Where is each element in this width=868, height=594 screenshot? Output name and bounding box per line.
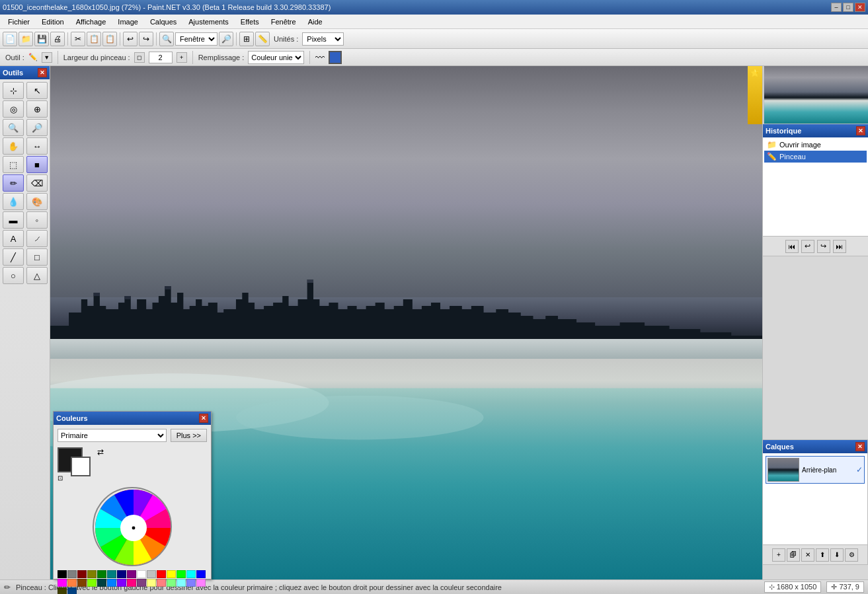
reset-colors-icon[interactable]: ⊡ [58, 474, 63, 482]
tool-zoom-in[interactable]: 🔎 [26, 119, 48, 136]
tool-line[interactable]: ╱ [3, 248, 24, 266]
menu-image[interactable]: Image [112, 17, 143, 27]
redo-button[interactable]: ↪ [139, 32, 153, 46]
menu-fichier[interactable]: Fichier [3, 17, 35, 27]
palette-swatch[interactable] [117, 570, 126, 578]
palette-swatch[interactable] [167, 570, 176, 578]
close-button[interactable]: ✕ [855, 3, 865, 12]
palette-swatch[interactable] [137, 570, 146, 578]
palette-swatch[interactable] [137, 579, 146, 587]
palette-swatch[interactable] [97, 579, 106, 587]
tool-text[interactable]: A [3, 230, 24, 247]
tool-move[interactable]: ↖ [26, 82, 48, 99]
palette-swatch[interactable] [186, 570, 196, 578]
palette-swatch[interactable] [167, 579, 176, 587]
history-item-open[interactable]: 📁 Ouvrir image [764, 139, 867, 151]
menu-edition[interactable]: Edition [36, 17, 69, 27]
palette-swatch[interactable] [58, 579, 67, 587]
palette-swatch[interactable] [58, 570, 67, 578]
history-undo-button[interactable]: ↩ [801, 240, 814, 253]
tool-retouch[interactable]: ⟋ [26, 230, 48, 247]
tool-pencil[interactable]: ▬ [3, 211, 24, 229]
layer-up-button[interactable]: ⬆ [816, 548, 829, 562]
history-item-brush[interactable]: ✏️ Pinceau [764, 151, 867, 163]
palette-swatch[interactable] [77, 570, 87, 578]
palette-swatch[interactable] [177, 579, 186, 587]
palette-swatch[interactable] [196, 570, 206, 578]
palette-swatch[interactable] [127, 570, 136, 578]
palette-swatch[interactable] [186, 579, 196, 587]
palette-swatch[interactable] [67, 570, 77, 578]
history-first-button[interactable]: ⏮ [785, 240, 799, 253]
menu-calques[interactable]: Calques [145, 17, 182, 27]
tool-eyedropper[interactable]: 🎨 [26, 193, 48, 210]
width-decrease[interactable]: ◻ [134, 52, 145, 63]
palette-swatch[interactable] [58, 587, 67, 594]
menu-aide[interactable]: Aide [303, 17, 328, 27]
tool-ellipse-shape[interactable]: ○ [3, 267, 24, 284]
zoom-combo[interactable]: Fenêtre 72% 100% [175, 32, 217, 46]
layer-delete-button[interactable]: ✕ [801, 548, 814, 562]
palette-swatch[interactable] [87, 579, 97, 587]
history-last-button[interactable]: ⏭ [833, 240, 846, 253]
menu-affichage[interactable]: Affichage [71, 17, 112, 27]
layer-duplicate-button[interactable]: 🗐 [787, 548, 800, 562]
color-indicator[interactable] [329, 51, 342, 64]
tool-dropdown[interactable]: ▼ [42, 52, 52, 63]
tool-select-rect[interactable]: ⊹ [3, 82, 24, 99]
grid-button[interactable]: ⊞ [239, 32, 254, 46]
tool-rect-shape[interactable]: □ [26, 248, 48, 266]
tool-magic-wand[interactable]: ⬚ [3, 156, 24, 173]
colors-more-button[interactable]: Plus >> [171, 429, 207, 442]
tool-3d-rotate[interactable]: ↔ [26, 137, 48, 155]
tool-brush[interactable]: ✏ [3, 174, 24, 192]
width-input[interactable] [149, 52, 173, 63]
palette-swatch[interactable] [97, 570, 106, 578]
history-redo-button[interactable]: ↪ [817, 240, 830, 253]
palette-swatch[interactable] [127, 579, 136, 587]
paste-button[interactable]: 📋 [102, 32, 117, 46]
fill-combo[interactable]: Couleur unie Transparent [248, 51, 304, 64]
palette-swatch[interactable] [157, 579, 166, 587]
copy-button[interactable]: 📋 [87, 32, 101, 46]
color-wheel[interactable] [93, 487, 172, 566]
tool-fill[interactable]: 💧 [3, 193, 24, 210]
layers-close-button[interactable]: ✕ [855, 442, 865, 451]
print-button[interactable]: 🖨 [50, 32, 65, 46]
minimize-button[interactable]: – [831, 3, 842, 12]
palette-swatch[interactable] [147, 570, 156, 578]
new-button[interactable]: 📄 [3, 32, 17, 46]
maximize-button[interactable]: □ [843, 3, 853, 12]
tool-ellipse-select[interactable]: ◎ [3, 100, 24, 118]
ruler-button[interactable]: 📏 [255, 32, 270, 46]
palette-swatch[interactable] [157, 570, 166, 578]
palette-swatch[interactable] [147, 579, 156, 587]
palette-swatch[interactable] [196, 579, 206, 587]
color-mode-combo[interactable]: Primaire Secondaire [58, 429, 167, 442]
layer-properties-button[interactable]: ⚙ [845, 548, 858, 562]
menu-effets[interactable]: Effets [235, 17, 264, 27]
tool-color-target[interactable]: ■ [26, 156, 48, 173]
menu-ajustements[interactable]: Ajustements [183, 17, 234, 27]
tool-freeform[interactable]: △ [26, 267, 48, 284]
palette-swatch[interactable] [107, 570, 116, 578]
width-increase[interactable]: + [177, 52, 187, 63]
secondary-color-swatch[interactable] [71, 457, 91, 476]
save-button[interactable]: 💾 [34, 32, 49, 46]
palette-swatch[interactable] [117, 579, 126, 587]
open-button[interactable]: 📁 [19, 32, 33, 46]
tool-zoom-out[interactable]: 🔍 [3, 119, 24, 136]
tool-clone[interactable]: ◦ [26, 211, 48, 229]
layer-visible-check[interactable]: ✓ [856, 465, 863, 474]
tools-close-button[interactable]: ✕ [38, 68, 47, 77]
palette-swatch[interactable] [87, 570, 97, 578]
zoom-out-button[interactable]: 🔍 [159, 32, 174, 46]
colors-close-button[interactable]: ✕ [199, 414, 208, 423]
palette-swatch[interactable] [107, 579, 116, 587]
undo-button[interactable]: ↩ [123, 32, 138, 46]
cut-button[interactable]: ✂ [71, 32, 85, 46]
tool-eraser[interactable]: ⌫ [26, 174, 48, 192]
tool-pan[interactable]: ✋ [3, 137, 24, 155]
palette-swatch[interactable] [67, 587, 77, 594]
history-close-button[interactable]: ✕ [856, 126, 865, 135]
